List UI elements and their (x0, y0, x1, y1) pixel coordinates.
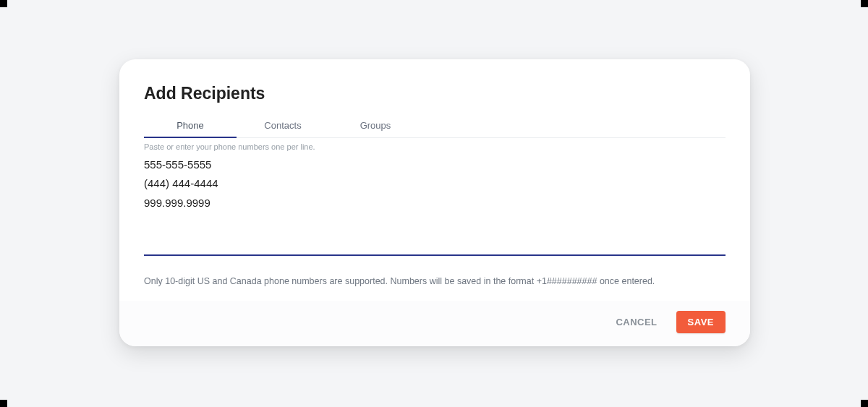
add-recipients-modal: Add Recipients Phone Contacts Groups Pas… (119, 59, 750, 346)
corner-decoration (861, 0, 868, 7)
cancel-button[interactable]: CANCEL (616, 317, 657, 327)
tabs: Phone Contacts Groups (144, 115, 726, 138)
tab-phone[interactable]: Phone (144, 116, 237, 138)
tab-contacts[interactable]: Contacts (237, 116, 329, 138)
corner-decoration (861, 400, 868, 407)
tab-groups[interactable]: Groups (329, 116, 422, 138)
phone-numbers-input[interactable] (144, 151, 726, 256)
modal-body: Add Recipients Phone Contacts Groups Pas… (119, 59, 750, 286)
modal-title: Add Recipients (144, 84, 726, 103)
corner-decoration (0, 0, 7, 7)
save-button[interactable]: SAVE (676, 311, 726, 333)
phone-field-label: Paste or enter your phone numbers one pe… (144, 142, 726, 151)
helper-text: Only 10-digit US and Canada phone number… (144, 276, 726, 286)
modal-footer: CANCEL SAVE (119, 301, 750, 346)
corner-decoration (0, 400, 7, 407)
